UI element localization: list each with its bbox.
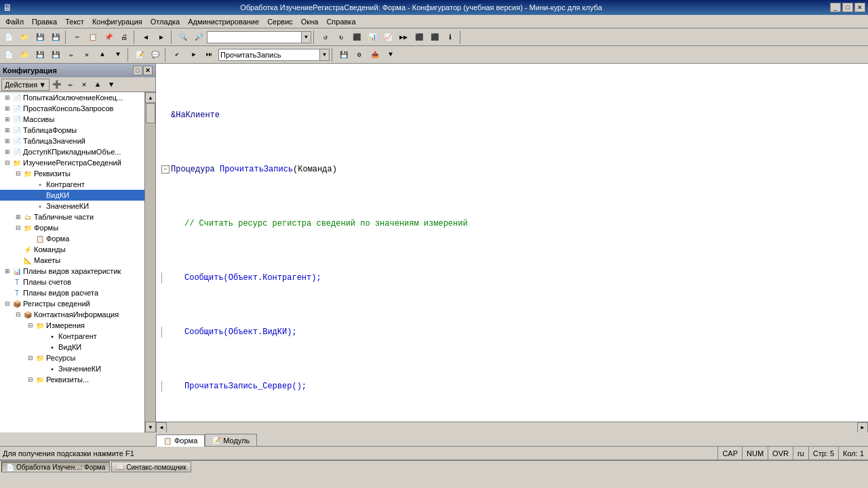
tree-item-rek2[interactable]: ⊟ 📁 Реквизиты...: [0, 374, 144, 385]
tb-btn-a[interactable]: ↺: [318, 30, 333, 45]
tab-module[interactable]: 📝 Модуль: [205, 434, 257, 446]
code-editor[interactable]: &НаКлиенте − Процедура ПрочитатьЗапись(К…: [156, 64, 868, 422]
tb-btn-c[interactable]: ⬛: [349, 30, 364, 45]
scroll-left-button[interactable]: ◀: [156, 422, 167, 433]
copy-button[interactable]: 📋: [85, 30, 100, 45]
expand-icon[interactable]: ⊞: [3, 136, 12, 146]
expand-icon-expand[interactable]: ⊟: [3, 158, 12, 167]
search-input[interactable]: [207, 31, 302, 43]
expand-icon-expand[interactable]: ⊟: [14, 223, 23, 232]
tree-item-forma[interactable]: 📋 Форма: [0, 233, 144, 244]
tree-item-vidki2[interactable]: ▪ ВидКИ: [0, 342, 144, 352]
tb2-play[interactable]: ▶: [186, 47, 201, 62]
expand-icon[interactable]: ⊞: [3, 104, 12, 113]
tb-btn-f[interactable]: ▶▶: [396, 30, 411, 45]
expand-icon[interactable]: ⊞: [3, 147, 12, 157]
tb2-run-check[interactable]: ✔: [170, 47, 184, 62]
tb2-btn5[interactable]: ✏: [64, 47, 79, 62]
tree-item-tableform[interactable]: ⊞ 📄 ТаблицаФормы: [0, 125, 144, 136]
tb-btn-b[interactable]: ↻: [334, 30, 349, 45]
tree-item-kontragent2[interactable]: ▪ Контрагент: [0, 331, 144, 342]
tree-container[interactable]: ⊞ 📄 ПопыткаИсключениеКонец... ⊞ 📄 Проста…: [0, 92, 144, 432]
task-btn-syntax[interactable]: 📖 Синтакс-помощник: [111, 462, 191, 472]
tree-item-access[interactable]: ⊞ 📄 ДоступКПрикладнымОбъе...: [0, 146, 144, 157]
find2-button[interactable]: 🔎: [191, 30, 206, 45]
horizontal-scrollbar[interactable]: ◀ ▶: [156, 422, 868, 432]
tb2-extra[interactable]: ▼: [383, 47, 398, 62]
tb2-btn8[interactable]: ▼: [111, 47, 125, 62]
panel-close-button[interactable]: ✕: [143, 66, 153, 75]
tb2-btn7[interactable]: ▲: [95, 47, 110, 62]
tree-item-popup-excl[interactable]: ⊞ 📄 ПопыткаИсключениеКонец...: [0, 92, 144, 103]
menu-service[interactable]: Сервис: [263, 15, 297, 28]
edit-object-button[interactable]: ✏: [64, 79, 77, 91]
tree-item-rekvizity[interactable]: ⊟ 📁 Реквизиты: [0, 168, 144, 179]
cut-button[interactable]: ✂: [70, 30, 85, 45]
tb2-save-btn[interactable]: 💾: [336, 47, 351, 62]
expand-icon[interactable]: ⊞: [3, 115, 12, 124]
tb2-btn4[interactable]: 💾: [48, 47, 63, 62]
tree-vertical-scrollbar[interactable]: ▲ ▼: [144, 92, 155, 432]
paste-button[interactable]: 📌: [101, 30, 116, 45]
tree-item-planvid[interactable]: ⊞ 📊 Планы видов характеристик: [0, 266, 144, 277]
tb2-btn2[interactable]: 📁: [17, 47, 32, 62]
menu-debug[interactable]: Отладка: [146, 15, 184, 28]
add-object-button[interactable]: ➕: [51, 79, 63, 91]
expand-icon[interactable]: ⊞: [14, 212, 23, 222]
proc-input[interactable]: [218, 49, 320, 61]
menu-text[interactable]: Текст: [61, 15, 88, 28]
tree-item-kontragent1[interactable]: ▪ Контрагент: [0, 179, 144, 190]
tb2-edit[interactable]: 📝: [132, 47, 147, 62]
scroll-up-button[interactable]: ▲: [145, 92, 156, 103]
expand-icon-expand[interactable]: ⊟: [26, 321, 35, 330]
save-button[interactable]: 💾: [33, 30, 47, 45]
tb2-btn1[interactable]: 📄: [1, 47, 16, 62]
move-up-button[interactable]: ▲: [92, 79, 104, 91]
scroll-h-track[interactable]: [167, 422, 857, 433]
tree-item-znachki2[interactable]: ▪ ЗначениеКИ: [0, 363, 144, 374]
tb2-pub-btn[interactable]: 📤: [368, 47, 382, 62]
tb2-btn6[interactable]: ✕: [79, 47, 94, 62]
tree-item-commands[interactable]: ⚡ Команды: [0, 244, 144, 255]
tb-btn-g[interactable]: ⬛: [412, 30, 427, 45]
find-button[interactable]: 🔍: [176, 30, 191, 45]
search-combo[interactable]: ▼: [207, 31, 311, 43]
tree-item-kontinfo[interactable]: ⊟ 📦 КонтактнаяИнформация: [0, 309, 144, 320]
tree-item-arrays[interactable]: ⊞ 📄 Массивы: [0, 114, 144, 125]
save-all-button[interactable]: 💾: [48, 30, 63, 45]
tb-btn-d[interactable]: 📊: [365, 30, 380, 45]
forward-button[interactable]: ▶: [154, 30, 169, 45]
expand-icon[interactable]: ⊞: [3, 266, 12, 276]
maximize-button[interactable]: □: [842, 3, 853, 12]
new-button[interactable]: 📄: [1, 30, 16, 45]
expand-icon[interactable]: ⊟: [26, 375, 35, 384]
expand-icon-expand[interactable]: ⊟: [14, 169, 23, 178]
scroll-thumb[interactable]: [146, 103, 155, 123]
tb-btn-e[interactable]: 📈: [380, 30, 395, 45]
tree-item-izmer[interactable]: ⊟ 📁 Измерения: [0, 320, 144, 331]
tree-item-znachki[interactable]: ▪ ЗначениеКИ: [0, 201, 144, 211]
search-combo-arrow[interactable]: ▼: [302, 31, 311, 43]
print-button[interactable]: 🖨: [117, 30, 132, 45]
tb2-comment[interactable]: 💬: [148, 47, 163, 62]
panel-hide-button[interactable]: □: [133, 66, 142, 75]
info-button[interactable]: ℹ: [443, 30, 458, 45]
scroll-track[interactable]: [145, 103, 155, 422]
tree-item-console[interactable]: ⊞ 📄 ПростаяКонсольЗапросов: [0, 103, 144, 114]
tb2-play2[interactable]: ⏭: [201, 47, 216, 62]
menu-admin[interactable]: Администрирование: [184, 15, 263, 28]
tree-item-vidki[interactable]: ▪ ВидКИ: [0, 190, 144, 201]
expand-icon-expand[interactable]: ⊟: [3, 299, 12, 308]
menu-config[interactable]: Конфигурация: [88, 15, 146, 28]
expand-icon-expand[interactable]: ⊟: [26, 353, 35, 363]
scroll-down-button[interactable]: ▼: [145, 422, 156, 432]
task-btn-forma[interactable]: 📄 Обработка Изучен...: Форма: [1, 462, 110, 472]
close-button[interactable]: ✕: [854, 3, 865, 12]
fold-button[interactable]: −: [161, 165, 170, 174]
tree-item-resursy[interactable]: ⊟ 📁 Ресурсы: [0, 352, 144, 363]
proc-combo[interactable]: ▼: [218, 49, 330, 61]
scroll-right-button[interactable]: ▶: [857, 422, 868, 433]
expand-icon[interactable]: ⊞: [3, 93, 12, 102]
tree-item-forms[interactable]: ⊟ 📁 Формы: [0, 222, 144, 233]
tree-item-layouts[interactable]: 📐 Макеты: [0, 255, 144, 266]
